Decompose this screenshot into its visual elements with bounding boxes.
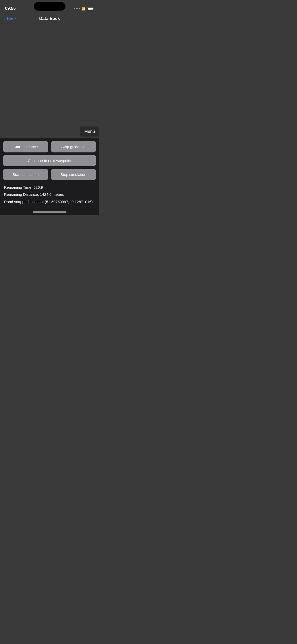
info-panel: Remaining Time: 526.9 Remaining Distance… (3, 183, 96, 205)
continue-waypoint-button[interactable]: Continue to next waypoint (3, 155, 96, 166)
stop-guidance-button[interactable]: Stop guidance (51, 141, 96, 152)
status-time: 09:55 (5, 6, 16, 11)
stop-simulation-button[interactable]: Stop simulation (51, 169, 96, 180)
back-button[interactable]: ‹ Back (4, 16, 16, 22)
nav-bar: ‹ Back Data Back (0, 14, 99, 24)
status-bar: 09:55 📶 (0, 0, 99, 14)
menu-button[interactable]: Menu (80, 126, 99, 137)
back-chevron-icon: ‹ (4, 16, 6, 22)
notch (34, 2, 65, 11)
remaining-distance: Remaining Distance: 1424.0 meters (4, 192, 95, 198)
back-label: Back (7, 16, 17, 21)
simulation-button-row: Start simulation Stop simulation (3, 169, 96, 180)
signal-icon (74, 8, 80, 9)
bottom-panel: Start guidance Stop guidance Continue to… (0, 138, 99, 215)
remaining-time: Remaining Time: 526.9 (4, 185, 95, 190)
road-snapped-location: Road snapped location: (51.50760997, -0.… (4, 199, 95, 205)
home-indicator (33, 211, 67, 213)
guidance-button-row: Start guidance Stop guidance (3, 141, 96, 152)
start-guidance-button[interactable]: Start guidance (3, 141, 48, 152)
map-area (0, 24, 99, 133)
battery-icon (87, 7, 94, 10)
menu-label: Menu (84, 129, 95, 134)
start-simulation-button[interactable]: Start simulation (3, 169, 48, 180)
status-icons: 📶 (74, 7, 94, 11)
page-title: Data Back (39, 16, 60, 21)
wifi-icon: 📶 (81, 7, 85, 11)
